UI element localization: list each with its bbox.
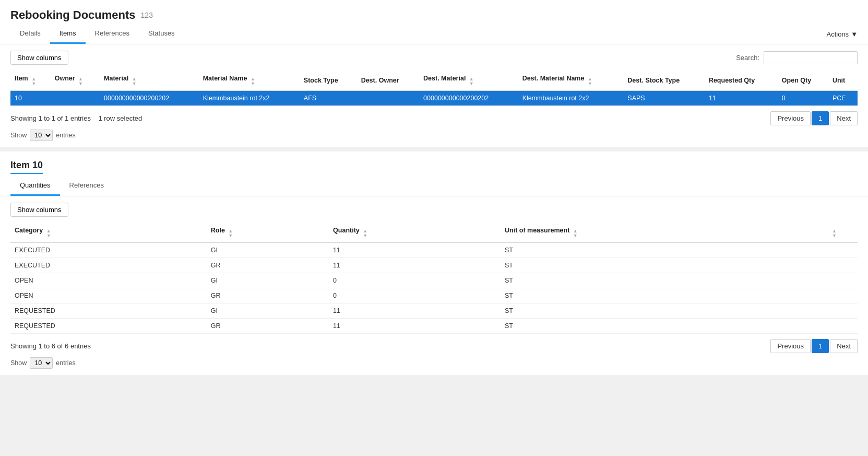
col-extra: ▲▼	[826, 223, 858, 242]
tab-statuses[interactable]: Statuses	[139, 24, 184, 44]
top-table-section: Show columns Search: Item ▲▼ Owner ▲▼ Ma…	[0, 44, 868, 147]
bottom-entries-label: entries	[56, 359, 76, 367]
actions-button[interactable]: Actions ▼	[826, 27, 858, 41]
bottom-entries-info: Showing 1 to 6 of 6 entries	[10, 342, 91, 350]
col-category[interactable]: Category ▲▼	[10, 223, 207, 242]
tab-references[interactable]: References	[86, 24, 139, 44]
bottom-entries-select[interactable]: 10 25 50	[30, 357, 53, 369]
sub-tab-references[interactable]: References	[60, 176, 113, 196]
table-row[interactable]: OPENGI0ST	[10, 273, 858, 288]
col-owner[interactable]: Owner ▲▼	[51, 71, 100, 90]
bottom-page-1-button[interactable]: 1	[812, 339, 829, 353]
top-entries-info: Showing 1 to 1 of 1 entries	[10, 114, 91, 122]
page-count: 123	[141, 11, 153, 19]
col-material[interactable]: Material ▲▼	[100, 71, 199, 90]
bottom-next-button[interactable]: Next	[830, 339, 858, 353]
search-input[interactable]	[764, 51, 858, 64]
col-quantity[interactable]: Quantity ▲▼	[329, 223, 501, 242]
top-pagination: Previous 1 Next	[770, 111, 858, 125]
bottom-table-header-row: Category ▲▼ Role ▲▼ Quantity ▲▼ Unit of …	[10, 223, 858, 242]
col-dest-material[interactable]: Dest. Material ▲▼	[419, 71, 518, 90]
col-item[interactable]: Item ▲▼	[10, 71, 51, 90]
top-table-head: Item ▲▼ Owner ▲▼ Material ▲▼ Material Na…	[10, 71, 858, 90]
actions-chevron-icon: ▼	[851, 30, 858, 38]
col-dest-material-name[interactable]: Dest. Material Name ▲▼	[518, 71, 624, 90]
col-unit[interactable]: Unit	[828, 71, 858, 90]
bottom-table-body: EXECUTEDGI11STEXECUTEDGR11STOPENGI0STOPE…	[10, 242, 858, 334]
page-header: Rebooking Documents 123	[0, 0, 868, 22]
bottom-table-head: Category ▲▼ Role ▲▼ Quantity ▲▼ Unit of …	[10, 223, 858, 242]
bottom-previous-button[interactable]: Previous	[770, 339, 811, 353]
top-show-columns-button[interactable]: Show columns	[10, 51, 68, 65]
top-entries-label: entries	[56, 132, 76, 139]
top-table-body: 10000000000000200202Klemmbaustein rot 2x…	[10, 90, 858, 106]
top-previous-button[interactable]: Previous	[770, 111, 811, 125]
page-wrapper: Rebooking Documents 123 Details Items Re…	[0, 0, 868, 456]
col-stock-type[interactable]: Stock Type	[300, 71, 357, 90]
top-footer-info-area: Showing 1 to 1 of 1 entries 1 row select…	[10, 114, 142, 122]
top-table-footer: Showing 1 to 1 of 1 entries 1 row select…	[10, 111, 858, 125]
table-row[interactable]: EXECUTEDGR11ST	[10, 258, 858, 273]
page-title: Rebooking Documents	[10, 8, 136, 22]
bottom-show-label: Show	[10, 359, 27, 367]
col-role[interactable]: Role ▲▼	[207, 223, 329, 242]
table-row[interactable]: EXECUTEDGI11ST	[10, 242, 858, 258]
bottom-table-toolbar: Show columns	[10, 203, 858, 217]
top-section: Rebooking Documents 123 Details Items Re…	[0, 0, 868, 147]
top-page-1-button[interactable]: 1	[812, 111, 829, 125]
col-requested-qty[interactable]: Requested Qty	[705, 71, 778, 90]
top-table: Item ▲▼ Owner ▲▼ Material ▲▼ Material Na…	[10, 71, 858, 106]
tab-items[interactable]: Items	[50, 24, 86, 44]
item-title: Item 10	[10, 160, 43, 174]
search-area: Search:	[736, 51, 858, 64]
bottom-footer-info-area: Showing 1 to 6 of 6 entries	[10, 342, 91, 350]
bottom-table-footer: Showing 1 to 6 of 6 entries Previous 1 N…	[10, 339, 858, 353]
bottom-show-columns-button[interactable]: Show columns	[10, 203, 68, 217]
top-next-button[interactable]: Next	[830, 111, 858, 125]
table-row[interactable]: 10000000000000200202Klemmbaustein rot 2x…	[10, 90, 858, 106]
top-table-toolbar: Show columns Search:	[10, 51, 858, 65]
col-dest-owner[interactable]: Dest. Owner	[357, 71, 419, 90]
actions-label: Actions	[826, 30, 849, 38]
top-entries-select[interactable]: 10 25 50	[30, 130, 53, 141]
top-show-entries: Show 10 25 50 entries	[10, 130, 858, 141]
sub-tabs-bar: Quantities References	[0, 176, 868, 196]
table-row[interactable]: OPENGR0ST	[10, 288, 858, 303]
sub-tab-quantities[interactable]: Quantities	[10, 176, 60, 196]
bottom-show-entries: Show 10 25 50 entries	[10, 357, 858, 369]
table-row[interactable]: REQUESTEDGI11ST	[10, 303, 858, 319]
top-table-header-row: Item ▲▼ Owner ▲▼ Material ▲▼ Material Na…	[10, 71, 858, 90]
item-header: Item 10	[0, 151, 868, 174]
tabs-left: Details Items References Statuses	[10, 24, 184, 44]
top-selected-info: 1 row selected	[98, 114, 142, 122]
table-row[interactable]: REQUESTEDGR11ST	[10, 319, 858, 334]
col-open-qty[interactable]: Open Qty	[778, 71, 828, 90]
tabs-bar: Details Items References Statuses Action…	[0, 24, 868, 44]
tab-details[interactable]: Details	[10, 24, 50, 44]
top-show-label: Show	[10, 132, 27, 139]
bottom-table-section: Show columns Category ▲▼ Role ▲▼ Quantit…	[0, 196, 868, 375]
bottom-pagination: Previous 1 Next	[770, 339, 858, 353]
col-dest-stock-type[interactable]: Dest. Stock Type	[623, 71, 705, 90]
col-unit-of-measurement[interactable]: Unit of measurement ▲▼	[501, 223, 826, 242]
search-label: Search:	[736, 54, 759, 62]
bottom-section: Item 10 Quantities References Show colum…	[0, 151, 868, 375]
col-material-name[interactable]: Material Name ▲▼	[199, 71, 300, 90]
bottom-table: Category ▲▼ Role ▲▼ Quantity ▲▼ Unit of …	[10, 223, 858, 334]
